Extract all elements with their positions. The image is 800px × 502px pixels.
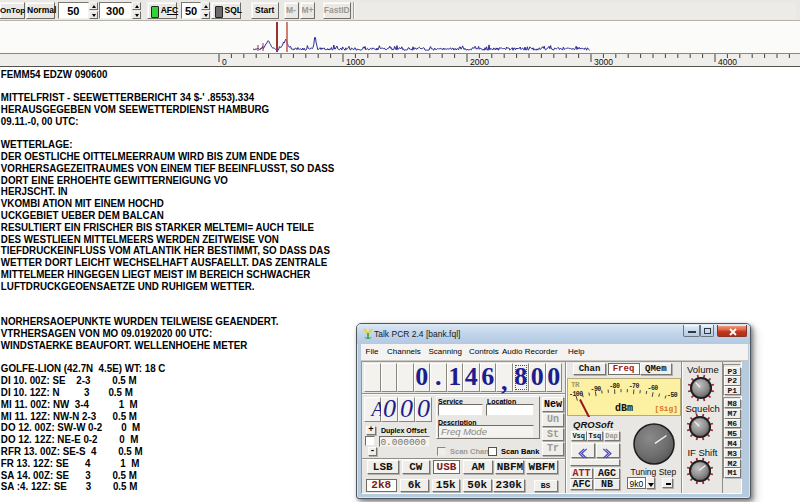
svg-text:0: 0	[222, 57, 227, 67]
